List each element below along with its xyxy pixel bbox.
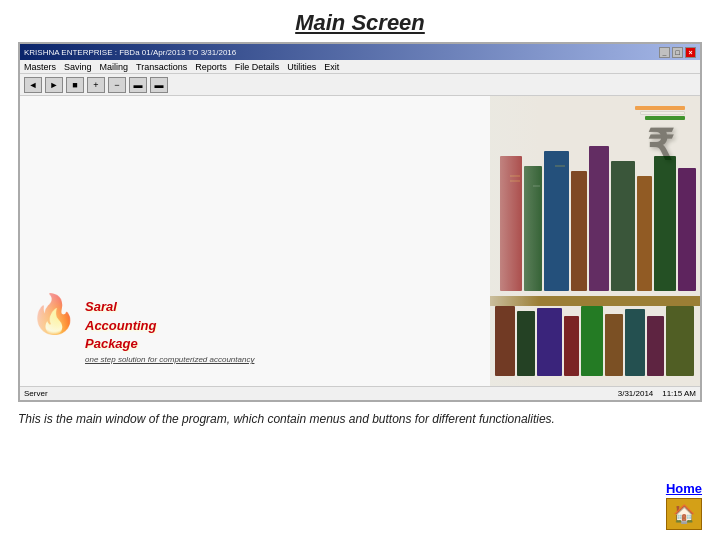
menu-transactions[interactable]: Transactions — [136, 62, 187, 72]
status-time: 11:15 AM — [662, 389, 696, 398]
window-controls: _ □ × — [659, 47, 696, 58]
svg-rect-20 — [581, 306, 603, 376]
maximize-button[interactable]: □ — [672, 47, 683, 58]
close-button[interactable]: × — [685, 47, 696, 58]
content-right: ₹ — [460, 96, 700, 386]
home-icon[interactable]: 🏠 — [666, 498, 702, 530]
toolbar: ◄ ► ■ + − ▬ ▬ — [20, 74, 700, 96]
branding-line2: Accounting — [85, 317, 450, 335]
description-text: This is the main window of the program, … — [18, 410, 702, 428]
menu-reports[interactable]: Reports — [195, 62, 227, 72]
svg-rect-5 — [571, 171, 587, 291]
title-bar-text: KRISHNA ENTERPRISE : FBDa 01/Apr/2013 TO… — [24, 48, 236, 57]
toolbar-btn-7[interactable]: ▬ — [150, 77, 168, 93]
content-left: 🔥 Saral Accounting Package one step solu… — [20, 96, 460, 386]
svg-rect-23 — [647, 316, 664, 376]
svg-rect-21 — [605, 314, 623, 376]
svg-rect-24 — [666, 306, 694, 376]
main-window: KRISHNA ENTERPRISE : FBDa 01/Apr/2013 TO… — [18, 42, 702, 402]
svg-rect-22 — [625, 309, 645, 376]
fade-overlay — [20, 96, 80, 386]
svg-rect-7 — [611, 161, 635, 291]
page-title: Main Screen — [0, 0, 720, 42]
toolbar-btn-5[interactable]: − — [108, 77, 126, 93]
status-date: 3/31/2014 — [618, 389, 654, 398]
svg-rect-17 — [517, 311, 535, 376]
menu-utilities[interactable]: Utilities — [287, 62, 316, 72]
svg-rect-16 — [495, 306, 515, 376]
svg-rect-8 — [637, 176, 652, 291]
menu-exit[interactable]: Exit — [324, 62, 339, 72]
menu-bar: Masters Saving Mailing Transactions Repo… — [20, 60, 700, 74]
branding-text: Saral Accounting Package one step soluti… — [85, 298, 450, 364]
menu-masters[interactable]: Masters — [24, 62, 56, 72]
svg-rect-9 — [654, 156, 676, 291]
toolbar-btn-4[interactable]: + — [87, 77, 105, 93]
branding-tagline: one step solution for computerized accou… — [85, 355, 450, 364]
content-area: 🔥 Saral Accounting Package one step solu… — [20, 96, 700, 386]
toolbar-btn-1[interactable]: ◄ — [24, 77, 42, 93]
branding-line3: Package — [85, 335, 450, 353]
toolbar-btn-2[interactable]: ► — [45, 77, 63, 93]
home-section[interactable]: Home 🏠 — [666, 481, 702, 530]
svg-rect-18 — [537, 308, 562, 376]
menu-saving[interactable]: Saving — [64, 62, 92, 72]
toolbar-btn-6[interactable]: ▬ — [129, 77, 147, 93]
home-label[interactable]: Home — [666, 481, 702, 496]
branding-line1: Saral — [85, 298, 450, 316]
minimize-button[interactable]: _ — [659, 47, 670, 58]
svg-rect-10 — [678, 168, 696, 291]
status-datetime: 3/31/2014 11:15 AM — [618, 389, 696, 398]
toolbar-btn-3[interactable]: ■ — [66, 77, 84, 93]
status-left: Server — [24, 389, 48, 398]
svg-rect-6 — [589, 146, 609, 291]
bookshelf-image — [490, 96, 700, 386]
menu-file-details[interactable]: File Details — [235, 62, 280, 72]
title-bar: KRISHNA ENTERPRISE : FBDa 01/Apr/2013 TO… — [20, 44, 700, 60]
status-bar: Server 3/31/2014 11:15 AM — [20, 386, 700, 400]
menu-mailing[interactable]: Mailing — [100, 62, 129, 72]
svg-rect-19 — [564, 316, 579, 376]
svg-rect-4 — [544, 151, 569, 291]
